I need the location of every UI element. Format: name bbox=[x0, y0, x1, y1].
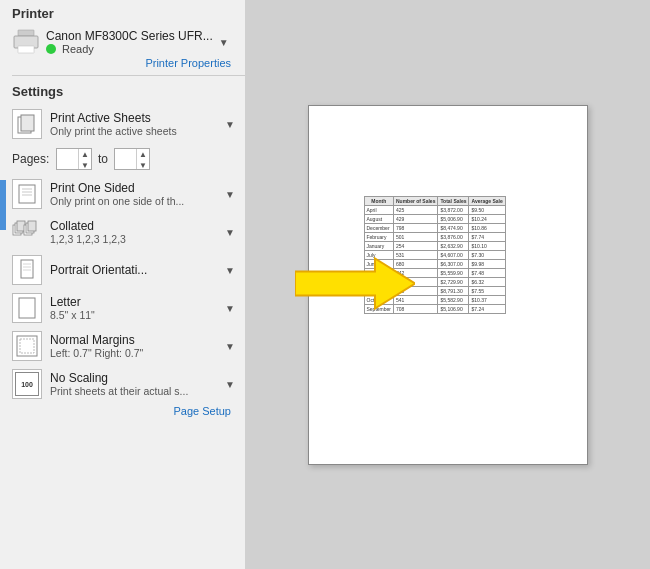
table-cell: 254 bbox=[393, 241, 437, 250]
table-cell: $9.50 bbox=[469, 205, 505, 214]
margins-svg bbox=[16, 335, 38, 357]
svg-rect-4 bbox=[21, 115, 34, 131]
printer-row: Canon MF8300C Series UFR... Ready ▼ bbox=[12, 25, 245, 57]
setting-letter[interactable]: Letter 8.5" x 11" ▼ bbox=[12, 289, 245, 327]
table-row: January254$2,632.90$10.10 bbox=[364, 241, 505, 250]
table-cell: $2,632.90 bbox=[438, 241, 469, 250]
table-cell: $2,729.90 bbox=[438, 277, 469, 286]
col-avg-sale: Average Sale bbox=[469, 196, 505, 205]
setting-print-active-sheets[interactable]: Print Active Sheets Only print the activ… bbox=[12, 105, 245, 143]
collated-sublabel: 1,2,3 1,2,3 1,2,3 bbox=[50, 233, 217, 245]
pages-to-input[interactable]: ▲ ▼ bbox=[114, 148, 150, 170]
portrait-text: Portrait Orientati... bbox=[50, 263, 217, 277]
one-sided-label: Print One Sided bbox=[50, 181, 217, 195]
table-cell: $10.86 bbox=[469, 223, 505, 232]
table-cell: $5,559.90 bbox=[438, 268, 469, 277]
table-cell: August bbox=[364, 214, 393, 223]
svg-marker-22 bbox=[295, 258, 415, 308]
setting-print-one-sided[interactable]: Print One Sided Only print on one side o… bbox=[12, 175, 245, 213]
margins-arrow[interactable]: ▼ bbox=[225, 341, 245, 352]
setting-normal-margins[interactable]: Normal Margins Left: 0.7" Right: 0.7" ▼ bbox=[12, 327, 245, 365]
preview-panel: Month Number of Sales Total Sales Averag… bbox=[245, 0, 650, 569]
pages-to-up[interactable]: ▲ bbox=[137, 149, 149, 160]
table-row: February501$3,876.00$7.74 bbox=[364, 232, 505, 241]
portrait-arrow[interactable]: ▼ bbox=[225, 265, 245, 276]
table-cell: April bbox=[364, 205, 393, 214]
margins-icon bbox=[12, 331, 42, 361]
margins-label: Normal Margins bbox=[50, 333, 217, 347]
table-cell: December bbox=[364, 223, 393, 232]
table-cell: $10.37 bbox=[469, 295, 505, 304]
active-sheets-text: Print Active Sheets Only print the activ… bbox=[50, 111, 217, 137]
pages-label: Pages: bbox=[12, 152, 50, 166]
table-cell: February bbox=[364, 232, 393, 241]
table-row: December798$8,474.90$10.86 bbox=[364, 223, 505, 232]
noscale-number: 100 bbox=[15, 372, 39, 396]
letter-text: Letter 8.5" x 11" bbox=[50, 295, 217, 321]
table-cell: $5,106.90 bbox=[438, 304, 469, 313]
printer-dropdown-arrow[interactable]: ▼ bbox=[219, 37, 239, 48]
svg-rect-5 bbox=[19, 185, 35, 203]
printer-properties-link[interactable]: Printer Properties bbox=[12, 57, 245, 69]
pages-from-input[interactable]: ▲ ▼ bbox=[56, 148, 92, 170]
noscale-icon: 100 bbox=[12, 369, 42, 399]
setting-collated[interactable]: Collated 1,2,3 1,2,3 1,2,3 ▼ bbox=[12, 213, 245, 251]
table-row: April425$3,872.00$9.50 bbox=[364, 205, 505, 214]
collated-svg bbox=[12, 217, 42, 247]
active-sheets-sublabel: Only print the active sheets bbox=[50, 125, 217, 137]
col-total-sales: Total Sales bbox=[438, 196, 469, 205]
setting-portrait-orientation[interactable]: Portrait Orientati... ▼ bbox=[12, 251, 245, 289]
page-setup-link[interactable]: Page Setup bbox=[12, 405, 245, 417]
table-cell: $10.24 bbox=[469, 214, 505, 223]
setting-no-scaling[interactable]: 100 No Scaling Print sheets at their act… bbox=[12, 365, 245, 403]
portrait-label: Portrait Orientati... bbox=[50, 263, 217, 277]
collated-label: Collated bbox=[50, 219, 217, 233]
noscale-label: No Scaling bbox=[50, 371, 217, 385]
table-cell: 501 bbox=[393, 232, 437, 241]
noscale-text: No Scaling Print sheets at their actual … bbox=[50, 371, 217, 397]
pages-to-label: to bbox=[98, 152, 108, 166]
table-row: August429$5,006.90$10.24 bbox=[364, 214, 505, 223]
svg-rect-0 bbox=[18, 30, 34, 36]
pages-from-up[interactable]: ▲ bbox=[79, 149, 91, 160]
svg-rect-14 bbox=[28, 221, 36, 231]
letter-arrow[interactable]: ▼ bbox=[225, 303, 245, 314]
one-sided-icon bbox=[12, 179, 42, 209]
table-cell: January bbox=[364, 241, 393, 250]
active-sheets-icon bbox=[12, 109, 42, 139]
active-sheets-label: Print Active Sheets bbox=[50, 111, 217, 125]
ready-indicator bbox=[46, 44, 56, 54]
letter-label: Letter bbox=[50, 295, 217, 309]
pages-to-down[interactable]: ▼ bbox=[137, 160, 149, 171]
table-cell: $4,607.00 bbox=[438, 250, 469, 259]
margins-sublabel: Left: 0.7" Right: 0.7" bbox=[50, 347, 217, 359]
table-cell: $5,582.90 bbox=[438, 295, 469, 304]
table-cell: $7.55 bbox=[469, 286, 505, 295]
svg-rect-15 bbox=[21, 260, 33, 278]
table-cell: $6,307.00 bbox=[438, 259, 469, 268]
arrow-overlay bbox=[295, 253, 415, 316]
active-sheets-arrow[interactable]: ▼ bbox=[225, 119, 245, 130]
letter-sublabel: 8.5" x 11" bbox=[50, 309, 217, 321]
one-sided-arrow[interactable]: ▼ bbox=[225, 189, 245, 200]
noscale-sublabel: Print sheets at their actual s... bbox=[50, 385, 217, 397]
pages-to-spinners[interactable]: ▲ ▼ bbox=[136, 149, 149, 169]
table-cell: $3,872.00 bbox=[438, 205, 469, 214]
portrait-icon bbox=[12, 255, 42, 285]
collated-icon bbox=[12, 217, 42, 247]
table-cell: $10.10 bbox=[469, 241, 505, 250]
table-cell: $5,006.90 bbox=[438, 214, 469, 223]
col-month: Month bbox=[364, 196, 393, 205]
yellow-arrow bbox=[295, 253, 415, 313]
collated-arrow[interactable]: ▼ bbox=[225, 227, 245, 238]
pages-from-spinners[interactable]: ▲ ▼ bbox=[78, 149, 91, 169]
col-num-sales: Number of Sales bbox=[393, 196, 437, 205]
printer-name: Canon MF8300C Series UFR... bbox=[46, 29, 213, 43]
noscale-arrow[interactable]: ▼ bbox=[225, 379, 245, 390]
letter-svg bbox=[16, 297, 38, 319]
table-cell: 425 bbox=[393, 205, 437, 214]
letter-icon bbox=[12, 293, 42, 323]
table-cell: $8,791.30 bbox=[438, 286, 469, 295]
pages-from-down[interactable]: ▼ bbox=[79, 160, 91, 171]
settings-section-title: Settings bbox=[12, 80, 245, 105]
